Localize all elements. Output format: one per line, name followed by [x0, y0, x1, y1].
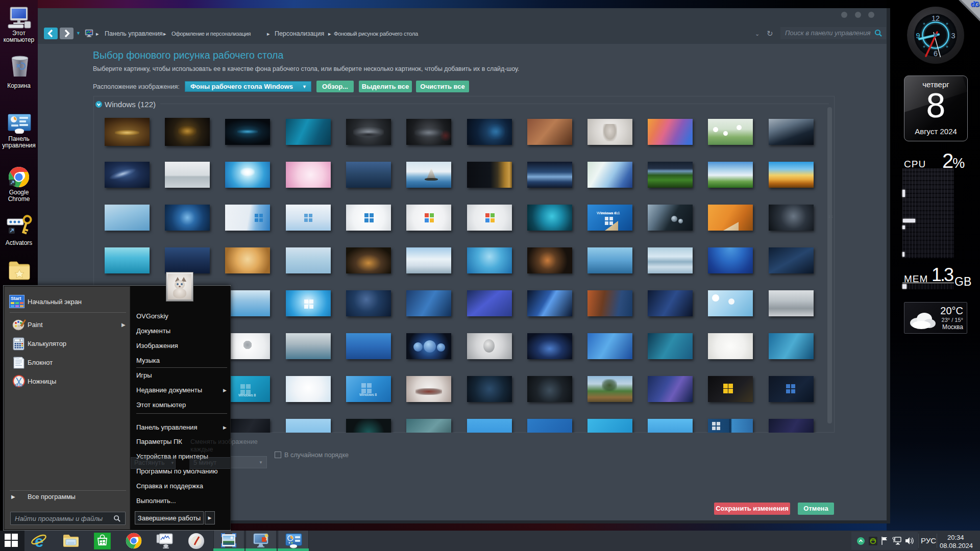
svg-text:3: 3	[951, 32, 955, 40]
svg-text:6: 6	[934, 49, 938, 58]
svg-text:0: 0	[19, 339, 21, 342]
svg-text:12: 12	[932, 14, 940, 22]
